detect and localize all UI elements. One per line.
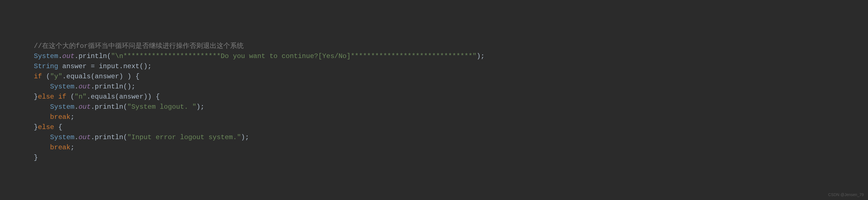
- keyword-break: break: [50, 113, 70, 121]
- code-line-2: System.out.println("\n******************…: [34, 53, 485, 60]
- code-line-9: }else {: [34, 123, 62, 131]
- keyword-if: if: [34, 73, 42, 80]
- var-answer: answer: [62, 63, 87, 70]
- method-next: next: [123, 63, 140, 70]
- watermark-text: CSDN @Jensen_79: [828, 192, 864, 198]
- var-input: input: [99, 63, 119, 70]
- class-system: System: [34, 53, 58, 60]
- code-line-5: System.out.println();: [34, 83, 135, 91]
- method-println: println: [79, 53, 107, 60]
- comment-text: //在这个大的for循环当中循环问是否继续进行操作否则退出这个系统: [34, 42, 244, 50]
- string-n: "n": [74, 93, 87, 101]
- code-line-7: System.out.println("System logout. ");: [34, 103, 205, 111]
- string-logout: "System logout. ": [127, 103, 196, 111]
- code-line-3: String answer = input.next();: [34, 63, 152, 70]
- code-line-10: System.out.println("Input error logout s…: [34, 134, 249, 141]
- string-error: "Input error logout system.": [127, 134, 241, 141]
- keyword-else: else: [38, 93, 54, 101]
- code-line-1: //在这个大的for循环当中循环问是否继续进行操作否则退出这个系统: [34, 42, 244, 50]
- string-literal: "\n************************Do you want t…: [111, 53, 476, 60]
- code-line-4: if ("y".equals(answer) ) {: [34, 73, 140, 80]
- code-editor[interactable]: //在这个大的for循环当中循环问是否继续进行操作否则退出这个系统 System…: [0, 40, 868, 163]
- code-line-6: }else if ("n".equals(answer)) {: [34, 93, 160, 101]
- code-line-12: }: [34, 154, 38, 161]
- method-equals: equals: [66, 73, 91, 80]
- string-y: "y": [50, 73, 62, 80]
- code-line-11: break;: [34, 144, 74, 151]
- type-string: String: [34, 63, 58, 70]
- code-line-8: break;: [34, 113, 74, 121]
- field-out: out: [62, 53, 74, 60]
